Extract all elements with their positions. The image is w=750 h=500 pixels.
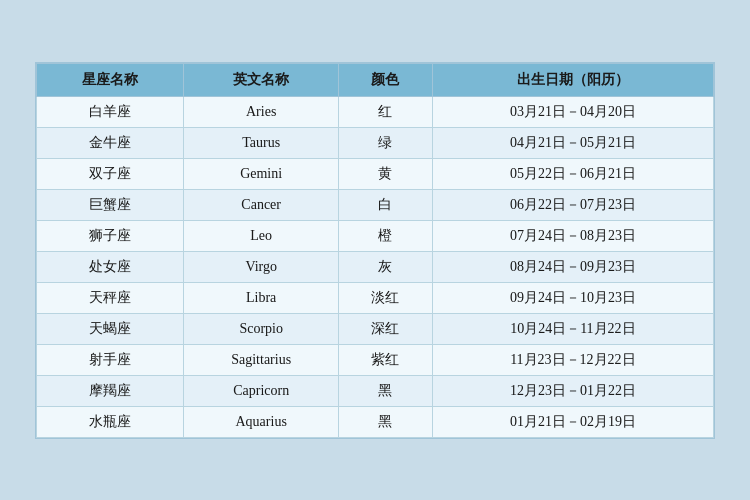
cell-chinese-name: 处女座 — [37, 251, 184, 282]
cell-english-name: Virgo — [184, 251, 339, 282]
cell-color: 紫红 — [339, 344, 433, 375]
cell-english-name: Scorpio — [184, 313, 339, 344]
cell-dates: 11月23日－12月22日 — [432, 344, 713, 375]
cell-dates: 09月24日－10月23日 — [432, 282, 713, 313]
table-row: 白羊座Aries红03月21日－04月20日 — [37, 96, 714, 127]
cell-chinese-name: 白羊座 — [37, 96, 184, 127]
cell-color: 绿 — [339, 127, 433, 158]
cell-english-name: Aries — [184, 96, 339, 127]
cell-chinese-name: 水瓶座 — [37, 406, 184, 437]
cell-chinese-name: 巨蟹座 — [37, 189, 184, 220]
table-row: 金牛座Taurus绿04月21日－05月21日 — [37, 127, 714, 158]
cell-chinese-name: 天蝎座 — [37, 313, 184, 344]
cell-color: 红 — [339, 96, 433, 127]
cell-dates: 01月21日－02月19日 — [432, 406, 713, 437]
cell-dates: 04月21日－05月21日 — [432, 127, 713, 158]
cell-chinese-name: 双子座 — [37, 158, 184, 189]
cell-english-name: Aquarius — [184, 406, 339, 437]
table-row: 天秤座Libra淡红09月24日－10月23日 — [37, 282, 714, 313]
table-row: 处女座Virgo灰08月24日－09月23日 — [37, 251, 714, 282]
table-header-row: 星座名称 英文名称 颜色 出生日期（阳历） — [37, 63, 714, 96]
cell-color: 橙 — [339, 220, 433, 251]
cell-dates: 08月24日－09月23日 — [432, 251, 713, 282]
cell-color: 黑 — [339, 375, 433, 406]
cell-dates: 03月21日－04月20日 — [432, 96, 713, 127]
cell-color: 深红 — [339, 313, 433, 344]
cell-english-name: Leo — [184, 220, 339, 251]
cell-color: 淡红 — [339, 282, 433, 313]
cell-dates: 06月22日－07月23日 — [432, 189, 713, 220]
cell-english-name: Libra — [184, 282, 339, 313]
cell-color: 黄 — [339, 158, 433, 189]
cell-chinese-name: 射手座 — [37, 344, 184, 375]
cell-english-name: Capricorn — [184, 375, 339, 406]
header-english-name: 英文名称 — [184, 63, 339, 96]
cell-dates: 05月22日－06月21日 — [432, 158, 713, 189]
header-chinese-name: 星座名称 — [37, 63, 184, 96]
header-color: 颜色 — [339, 63, 433, 96]
zodiac-table-container: 星座名称 英文名称 颜色 出生日期（阳历） 白羊座Aries红03月21日－04… — [35, 62, 715, 439]
table-row: 双子座Gemini黄05月22日－06月21日 — [37, 158, 714, 189]
cell-chinese-name: 摩羯座 — [37, 375, 184, 406]
cell-dates: 12月23日－01月22日 — [432, 375, 713, 406]
table-row: 天蝎座Scorpio深红10月24日－11月22日 — [37, 313, 714, 344]
cell-chinese-name: 天秤座 — [37, 282, 184, 313]
cell-english-name: Cancer — [184, 189, 339, 220]
table-row: 摩羯座Capricorn黑12月23日－01月22日 — [37, 375, 714, 406]
cell-dates: 07月24日－08月23日 — [432, 220, 713, 251]
table-row: 巨蟹座Cancer白06月22日－07月23日 — [37, 189, 714, 220]
table-row: 狮子座Leo橙07月24日－08月23日 — [37, 220, 714, 251]
cell-english-name: Taurus — [184, 127, 339, 158]
cell-color: 白 — [339, 189, 433, 220]
table-row: 水瓶座Aquarius黑01月21日－02月19日 — [37, 406, 714, 437]
zodiac-table: 星座名称 英文名称 颜色 出生日期（阳历） 白羊座Aries红03月21日－04… — [36, 63, 714, 438]
cell-color: 黑 — [339, 406, 433, 437]
header-dates: 出生日期（阳历） — [432, 63, 713, 96]
table-row: 射手座Sagittarius紫红11月23日－12月22日 — [37, 344, 714, 375]
cell-dates: 10月24日－11月22日 — [432, 313, 713, 344]
cell-english-name: Gemini — [184, 158, 339, 189]
cell-color: 灰 — [339, 251, 433, 282]
cell-chinese-name: 金牛座 — [37, 127, 184, 158]
cell-english-name: Sagittarius — [184, 344, 339, 375]
cell-chinese-name: 狮子座 — [37, 220, 184, 251]
